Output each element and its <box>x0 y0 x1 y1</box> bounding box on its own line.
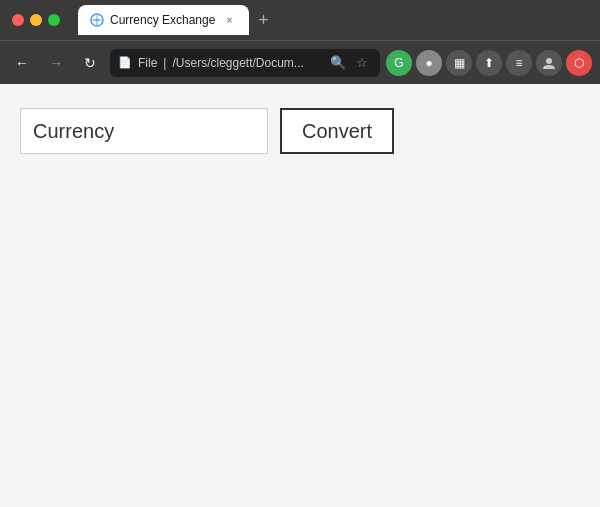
url-prefix: File <box>138 56 157 70</box>
bookmark-button[interactable]: ☆ <box>352 53 372 73</box>
circle-icon-button[interactable]: ● <box>416 50 442 76</box>
traffic-lights <box>12 14 60 26</box>
file-icon: 📄 <box>118 56 132 69</box>
tab-close-button[interactable]: × <box>221 12 237 28</box>
convert-button[interactable]: Convert <box>280 108 394 154</box>
search-address-button[interactable]: 🔍 <box>328 53 348 73</box>
url-text: /Users/cleggett/Docum... <box>172 56 303 70</box>
tab-favicon <box>90 13 104 27</box>
user-icon-button[interactable] <box>536 50 562 76</box>
nav-bar: ← → ↻ 📄 File | /Users/cleggett/Docum... … <box>0 40 600 84</box>
forward-button[interactable]: → <box>42 49 70 77</box>
page-content: Convert <box>0 84 600 507</box>
close-button[interactable] <box>12 14 24 26</box>
address-bar[interactable]: 📄 File | /Users/cleggett/Docum... 🔍 ☆ <box>110 49 380 77</box>
address-actions: 🔍 ☆ <box>328 53 372 73</box>
form-area: Convert <box>20 108 580 154</box>
tab-title: Currency Exchange <box>110 13 215 27</box>
title-bar: Currency Exchange × + <box>0 0 600 40</box>
nav-right-icons: G ● ▦ ⬆ ≡ ⬡ <box>386 50 592 76</box>
g-icon-button[interactable]: G <box>386 50 412 76</box>
tab-bar: Currency Exchange × + <box>78 5 588 35</box>
url-separator: | <box>163 56 166 70</box>
share-icon-button[interactable]: ⬆ <box>476 50 502 76</box>
active-tab[interactable]: Currency Exchange × <box>78 5 249 35</box>
back-button[interactable]: ← <box>8 49 36 77</box>
menu-icon-button[interactable]: ≡ <box>506 50 532 76</box>
svg-point-3 <box>546 58 552 64</box>
refresh-button[interactable]: ↻ <box>76 49 104 77</box>
minimize-button[interactable] <box>30 14 42 26</box>
extension-icon-button[interactable]: ⬡ <box>566 50 592 76</box>
maximize-button[interactable] <box>48 14 60 26</box>
grid-icon-button[interactable]: ▦ <box>446 50 472 76</box>
new-tab-button[interactable]: + <box>249 6 277 34</box>
browser-chrome: Currency Exchange × + ← → ↻ 📄 File | /Us… <box>0 0 600 84</box>
currency-input[interactable] <box>20 108 268 154</box>
